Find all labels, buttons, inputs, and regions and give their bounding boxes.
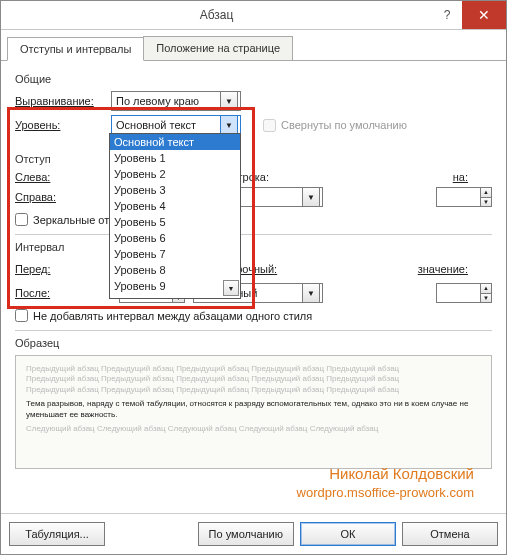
left-indent-label: Слева: — [15, 171, 111, 183]
alignment-combo[interactable]: По левому краю ▼ — [111, 91, 241, 111]
group-general: Общие — [15, 73, 492, 85]
on-label: на: — [453, 171, 468, 183]
level-value: Основной текст — [116, 119, 196, 131]
value-spin[interactable]: ▲▼ — [436, 283, 492, 303]
value-label: значение: — [418, 263, 468, 275]
first-line-input[interactable] — [437, 188, 480, 206]
spin-up-icon[interactable]: ▲ — [481, 188, 491, 198]
ok-button[interactable]: ОК — [300, 522, 396, 546]
titlebar: Абзац ? ✕ — [1, 1, 506, 30]
mirror-label: Зеркальные от — [33, 214, 109, 226]
default-button[interactable]: По умолчанию — [198, 522, 294, 546]
spin-down-icon[interactable]: ▼ — [481, 198, 491, 207]
level-option[interactable]: Уровень 3 — [110, 182, 240, 198]
nospace-checkbox[interactable] — [15, 309, 28, 322]
level-option[interactable]: Уровень 5 — [110, 214, 240, 230]
help-button[interactable]: ? — [432, 1, 462, 29]
chevron-down-icon: ▼ — [220, 115, 238, 135]
mirror-checkbox[interactable] — [15, 213, 28, 226]
before-label: Перед: — [15, 263, 111, 275]
group-spacing: Интервал — [15, 241, 492, 253]
level-option[interactable]: Уровень 4 — [110, 198, 240, 214]
level-option[interactable]: Уровень 6 — [110, 230, 240, 246]
nospace-label: Не добавлять интервал между абзацами одн… — [33, 310, 312, 322]
chevron-down-icon: ▼ — [220, 91, 238, 111]
alignment-value: По левому краю — [116, 95, 199, 107]
level-option[interactable]: Уровень 2 — [110, 166, 240, 182]
value-input[interactable] — [437, 284, 480, 302]
tab-strip: Отступы и интервалы Положение на страниц… — [1, 30, 506, 61]
content-area: Общие Выравнивание: По левому краю ▼ Уро… — [1, 61, 506, 513]
watermark-url: wordpro.msoffice-prowork.com — [297, 485, 474, 500]
window-buttons: ? ✕ — [432, 1, 506, 29]
after-label: После: — [15, 287, 111, 299]
footer: Табуляция... По умолчанию ОК Отмена — [1, 513, 506, 554]
paragraph-dialog: Абзац ? ✕ Отступы и интервалы Положение … — [0, 0, 507, 555]
spin-down-icon[interactable]: ▼ — [481, 294, 491, 303]
alignment-label: Выравнивание: — [15, 95, 105, 107]
chevron-down-icon: ▼ — [302, 283, 320, 303]
divider — [15, 234, 492, 235]
cancel-button[interactable]: Отмена — [402, 522, 498, 546]
group-indent: Отступ — [15, 153, 492, 165]
level-option[interactable]: Основной текст — [110, 134, 240, 150]
collapse-checkbox — [263, 119, 276, 132]
chevron-down-icon: ▼ — [302, 187, 320, 207]
tab-indents[interactable]: Отступы и интервалы — [7, 37, 144, 61]
level-combo[interactable]: Основной текст ▼ — [111, 115, 241, 135]
first-line-spin[interactable]: ▲▼ — [436, 187, 492, 207]
tabs-button[interactable]: Табуляция... — [9, 522, 105, 546]
level-label: Уровень: — [15, 119, 105, 131]
tab-position[interactable]: Положение на странице — [143, 36, 293, 60]
level-option[interactable]: Уровень 7 — [110, 246, 240, 262]
window-title: Абзац — [1, 1, 432, 29]
scroll-down-icon[interactable]: ▼ — [223, 280, 239, 296]
right-indent-label: Справа: — [15, 191, 111, 203]
preview-box: Предыдущий абзац Предыдущий абзац Предыд… — [15, 355, 492, 469]
level-dropdown-list[interactable]: Основной текст Уровень 1 Уровень 2 Урове… — [109, 133, 241, 299]
spin-up-icon[interactable]: ▲ — [481, 284, 491, 294]
level-option[interactable]: Уровень 8 — [110, 262, 240, 278]
divider — [15, 330, 492, 331]
preview-gray-text: Предыдущий абзац Предыдущий абзац Предыд… — [26, 385, 481, 395]
level-option[interactable]: Уровень 1 — [110, 150, 240, 166]
level-option[interactable]: Уровень 9 — [110, 278, 240, 294]
group-preview: Образец — [15, 337, 492, 349]
preview-gray-text: Следующий абзац Следующий абзац Следующи… — [26, 424, 481, 434]
preview-gray-text: Предыдущий абзац Предыдущий абзац Предыд… — [26, 374, 481, 384]
preview-gray-text: Предыдущий абзац Предыдущий абзац Предыд… — [26, 364, 481, 374]
collapse-label: Свернуты по умолчанию — [281, 119, 407, 131]
close-button[interactable]: ✕ — [462, 1, 506, 29]
preview-sample-text: Тема разрывов, наряду с темой табуляции,… — [26, 399, 481, 420]
